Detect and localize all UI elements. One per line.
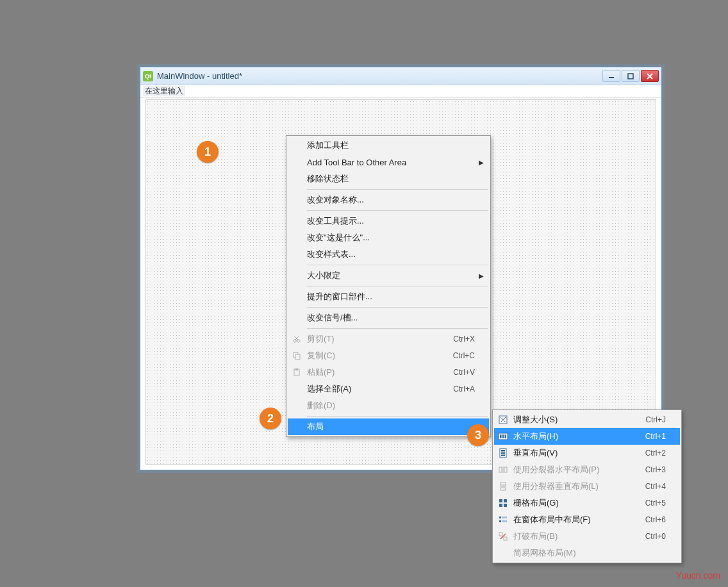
- menu-size-constraints[interactable]: 大小限定▶: [288, 267, 489, 284]
- svg-rect-27: [499, 499, 502, 502]
- hlayout-icon: [497, 431, 509, 442]
- menu-paste: 粘贴(P)Ctrl+V: [288, 364, 489, 381]
- menu-change-stylesheet[interactable]: 改变样式表...: [288, 246, 489, 263]
- svg-rect-9: [295, 354, 300, 360]
- svg-rect-28: [504, 499, 507, 502]
- break-layout-icon: [497, 531, 509, 542]
- svg-rect-32: [502, 517, 507, 518]
- svg-rect-31: [499, 517, 501, 518]
- copy-icon: [291, 350, 302, 361]
- chevron-right-icon: ▶: [479, 272, 484, 279]
- menu-separator: [307, 328, 488, 329]
- svg-rect-22: [504, 467, 507, 472]
- menu-separator: [307, 210, 488, 211]
- svg-rect-14: [500, 434, 502, 438]
- submenu-hsplitter: 使用分裂器水平布局(P)Ctrl+3: [494, 461, 680, 478]
- maximize-button[interactable]: [622, 70, 640, 82]
- svg-rect-15: [502, 434, 504, 438]
- submenu-vertical-layout[interactable]: 垂直布局(V)Ctrl+2: [494, 445, 680, 461]
- submenu-grid-layout[interactable]: 栅格布局(G)Ctrl+5: [494, 495, 680, 511]
- submenu-horizontal-layout[interactable]: 水平布局(H)Ctrl+1: [494, 428, 680, 445]
- qt-icon: Qt: [143, 71, 153, 81]
- context-menu: 添加工具栏 Add Tool Bar to Other Area▶ 移除状态栏 …: [286, 135, 491, 437]
- titlebar[interactable]: Qt MainWindow - untitled*: [140, 67, 661, 85]
- close-icon: [647, 73, 653, 79]
- menu-remove-statusbar[interactable]: 移除状态栏: [288, 170, 489, 187]
- callout-1: 1: [197, 141, 219, 163]
- menu-delete: 删除(D): [288, 397, 489, 414]
- svg-rect-35: [499, 533, 502, 536]
- menu-cut: 剪切(T)Ctrl+X: [288, 331, 489, 347]
- svg-rect-30: [504, 504, 507, 507]
- submenu-vsplitter: 使用分裂器垂直布局(L)Ctrl+4: [494, 478, 680, 495]
- svg-rect-36: [504, 537, 507, 540]
- vlayout-icon: [497, 447, 509, 459]
- svg-rect-19: [501, 452, 505, 454]
- window-title: MainWindow - untitled*: [157, 71, 602, 81]
- svg-rect-24: [500, 483, 506, 485]
- menu-change-object-name[interactable]: 改变对象名称...: [288, 192, 489, 208]
- svg-rect-1: [628, 74, 633, 79]
- svg-rect-29: [499, 504, 502, 507]
- menu-change-whatsthis[interactable]: 改变"这是什么"...: [288, 229, 489, 246]
- chevron-right-icon: ▶: [479, 159, 484, 166]
- menubar-hint[interactable]: 在这里输入: [143, 86, 185, 96]
- menu-copy: 复制(C)Ctrl+C: [288, 347, 489, 364]
- menu-separator: [307, 307, 488, 308]
- callout-3: 3: [467, 424, 489, 446]
- minimize-icon: [608, 73, 615, 79]
- menu-change-tooltip[interactable]: 改变工具提示...: [288, 213, 489, 229]
- submenu-simple-grid: 简易网格布局(M): [494, 545, 680, 561]
- maximize-icon: [627, 73, 634, 79]
- cut-icon: [291, 333, 302, 345]
- close-button[interactable]: [641, 70, 659, 82]
- form-icon: [497, 514, 509, 525]
- menu-select-all[interactable]: 选择全部(A)Ctrl+A: [288, 381, 489, 397]
- grid-icon: [497, 497, 509, 509]
- menu-separator: [307, 189, 488, 190]
- vsplitter-icon: [497, 481, 509, 492]
- menu-separator: [307, 265, 488, 265]
- svg-rect-25: [500, 488, 506, 490]
- svg-rect-18: [501, 450, 505, 452]
- svg-rect-21: [499, 467, 502, 472]
- menu-add-toolbar[interactable]: 添加工具栏: [288, 137, 489, 154]
- paste-icon: [291, 367, 302, 378]
- svg-rect-16: [505, 434, 507, 438]
- menu-layout[interactable]: 布局▶: [288, 418, 489, 435]
- watermark: Yuucn.com: [676, 570, 720, 581]
- hsplitter-icon: [497, 464, 509, 475]
- menu-separator: [307, 416, 488, 417]
- svg-rect-11: [295, 368, 298, 370]
- svg-line-37: [500, 534, 506, 539]
- menu-promote-widget[interactable]: 提升的窗口部件...: [288, 288, 489, 305]
- svg-rect-34: [502, 520, 507, 522]
- svg-rect-20: [501, 455, 505, 457]
- menu-change-signals-slots[interactable]: 改变信号/槽...: [288, 310, 489, 326]
- callout-2: 2: [260, 408, 281, 429]
- submenu-break-layout: 打破布局(B)Ctrl+0: [494, 528, 680, 545]
- submenu-form-layout[interactable]: 在窗体布局中布局(F)Ctrl+6: [494, 511, 680, 528]
- window-buttons: [602, 70, 659, 82]
- adjust-size-icon: [497, 414, 509, 426]
- layout-submenu: 调整大小(S)Ctrl+J 水平布局(H)Ctrl+1 垂直布局(V)Ctrl+…: [492, 409, 682, 563]
- minimize-button[interactable]: [602, 70, 620, 82]
- menu-add-toolbar-other[interactable]: Add Tool Bar to Other Area▶: [288, 154, 489, 170]
- menu-separator: [307, 286, 488, 286]
- svg-rect-33: [499, 520, 501, 522]
- menubar[interactable]: 在这里输入: [140, 85, 661, 98]
- submenu-adjust-size[interactable]: 调整大小(S)Ctrl+J: [494, 411, 680, 428]
